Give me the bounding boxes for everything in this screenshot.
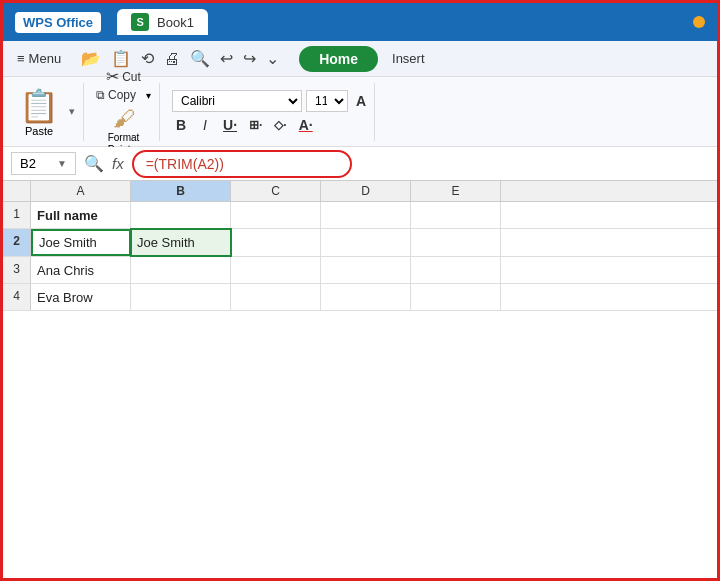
fill-color-button[interactable]: ◇· xyxy=(271,117,289,133)
home-button[interactable]: Home xyxy=(299,46,378,72)
cell-a1[interactable]: Full name xyxy=(31,202,131,228)
status-dot xyxy=(693,16,705,28)
font-size-select[interactable]: 11 xyxy=(306,90,348,112)
col-header-c[interactable]: C xyxy=(231,181,321,201)
menu-icon: ≡ xyxy=(17,51,25,66)
row-num-4: 4 xyxy=(3,284,31,310)
undo-history-icon[interactable]: ⟲ xyxy=(139,47,156,70)
cell-e3[interactable] xyxy=(411,257,501,283)
font-color-button[interactable]: A· xyxy=(296,116,316,134)
spreadsheet-area: A B C D E 1 Full name 2 Joe Smith Joe Sm… xyxy=(3,181,717,581)
cell-b3[interactable] xyxy=(131,257,231,283)
table-row: 1 Full name xyxy=(3,202,717,229)
formula-display: =(TRIM(A2)) xyxy=(132,150,352,178)
brush-icon: 🖌 xyxy=(113,106,135,132)
cell-d2[interactable] xyxy=(321,229,411,256)
clipboard-group: ✂ Cut ⧉ Copy ▾ 🖌 FormatPainter xyxy=(88,83,160,141)
col-header-a[interactable]: A xyxy=(31,181,131,201)
paste-group: 📋 Paste ▾ xyxy=(11,83,84,141)
cell-a2[interactable]: Joe Smith xyxy=(31,229,131,256)
copy-icon: ⧉ xyxy=(96,88,105,102)
paste-dropdown[interactable]: ▾ xyxy=(69,105,75,118)
row-num-1: 1 xyxy=(3,202,31,228)
border-button[interactable]: ⊞· xyxy=(246,117,265,133)
table-row: 4 Eva Brow xyxy=(3,284,717,311)
bold-button[interactable]: B xyxy=(172,116,190,134)
open-icon[interactable]: 📂 xyxy=(79,47,103,70)
ribbon: 📋 Paste ▾ ✂ Cut ⧉ Copy ▾ xyxy=(3,77,717,147)
fx-label: fx xyxy=(112,155,124,172)
cut-label: Cut xyxy=(122,70,141,84)
underline-button[interactable]: U· xyxy=(220,116,240,134)
zoom-icon[interactable]: 🔍 xyxy=(84,154,104,173)
copy-button[interactable]: ⧉ Copy xyxy=(96,88,136,102)
row-num-header xyxy=(3,181,31,201)
cell-ref-value: B2 xyxy=(20,156,36,171)
insert-label[interactable]: Insert xyxy=(392,51,425,66)
cell-d4[interactable] xyxy=(321,284,411,310)
cell-a3[interactable]: Ana Chris xyxy=(31,257,131,283)
redo-icon[interactable]: ↪ xyxy=(241,47,258,70)
wps-logo: WPS Office xyxy=(15,12,101,33)
formula-bar: B2 ▼ 🔍 fx =(TRIM(A2)) xyxy=(3,147,717,181)
cell-b1[interactable] xyxy=(131,202,231,228)
copy-label: Copy xyxy=(108,88,136,102)
font-grow-icon[interactable]: A xyxy=(356,93,366,109)
cell-ref-dropdown[interactable]: ▼ xyxy=(57,158,67,169)
col-header-d[interactable]: D xyxy=(321,181,411,201)
find-icon[interactable]: 🔍 xyxy=(188,47,212,70)
paste-icon: 📋 xyxy=(19,87,59,125)
table-row: 3 Ana Chris xyxy=(3,257,717,284)
scissors-icon: ✂ xyxy=(106,67,119,86)
italic-button[interactable]: I xyxy=(196,116,214,134)
cell-e1[interactable] xyxy=(411,202,501,228)
menu-label: Menu xyxy=(29,51,62,66)
font-name-select[interactable]: Calibri xyxy=(172,90,302,112)
column-header-row: A B C D E xyxy=(3,181,717,202)
dropdown-icon[interactable]: ⌄ xyxy=(264,47,281,70)
cell-a4[interactable]: Eva Brow xyxy=(31,284,131,310)
cell-c1[interactable] xyxy=(231,202,321,228)
cell-d1[interactable] xyxy=(321,202,411,228)
sheet-container: A B C D E 1 Full name 2 Joe Smith Joe Sm… xyxy=(3,181,717,311)
table-row: 2 Joe Smith Joe Smith xyxy=(3,229,717,257)
cell-e4[interactable] xyxy=(411,284,501,310)
col-header-b[interactable]: B xyxy=(131,181,231,201)
paste-button[interactable]: 📋 Paste xyxy=(19,87,59,137)
spreadsheet-icon: S xyxy=(131,13,149,31)
cell-reference[interactable]: B2 ▼ xyxy=(11,152,76,175)
cell-d3[interactable] xyxy=(321,257,411,283)
title-bar: WPS Office S Book1 xyxy=(3,3,717,41)
cell-b2[interactable]: Joe Smith xyxy=(131,229,231,256)
row-num-2: 2 xyxy=(3,229,31,256)
paste-label: Paste xyxy=(25,125,53,137)
book-tab[interactable]: S Book1 xyxy=(117,9,208,35)
cell-c2[interactable] xyxy=(231,229,321,256)
copy-dropdown[interactable]: ▾ xyxy=(146,90,151,101)
cell-e2[interactable] xyxy=(411,229,501,256)
cell-c3[interactable] xyxy=(231,257,321,283)
print-icon[interactable]: 🖨 xyxy=(162,48,182,70)
cell-b4[interactable] xyxy=(131,284,231,310)
font-section: Calibri 11 A B I U· ⊞· ◇· A· xyxy=(164,83,375,141)
book-name: Book1 xyxy=(157,15,194,30)
cell-c4[interactable] xyxy=(231,284,321,310)
col-header-e[interactable]: E xyxy=(411,181,501,201)
undo-icon[interactable]: ↩ xyxy=(218,47,235,70)
menu-button[interactable]: ≡ Menu xyxy=(13,49,65,68)
row-num-3: 3 xyxy=(3,257,31,283)
cut-button[interactable]: ✂ Cut xyxy=(106,67,141,86)
